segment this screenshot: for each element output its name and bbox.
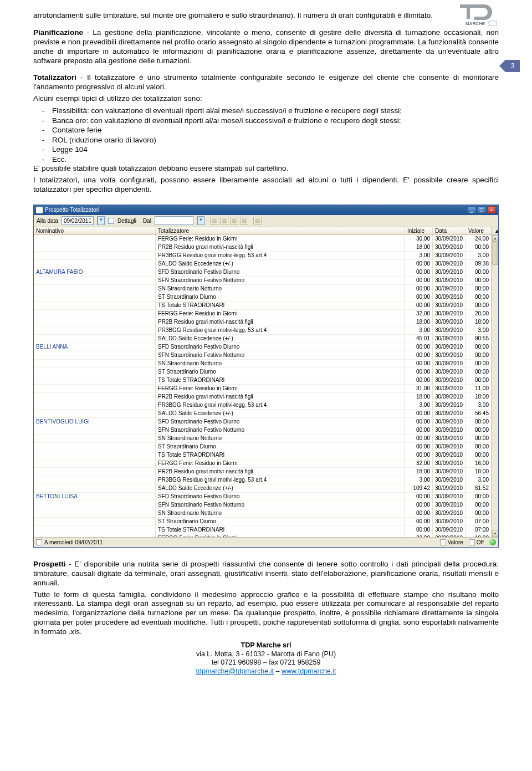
table-row[interactable]: TS Totale STRAORDINARI00:0030/09/201000:… <box>34 451 498 459</box>
scroll-down-arrow[interactable]: ▼ <box>492 530 498 537</box>
cell-iniziale: 3,00 <box>405 476 433 484</box>
alla-data-input[interactable]: 09/02/2011 <box>62 216 94 225</box>
cell-iniziale: 00:00 <box>405 260 433 268</box>
prospetto-window: Prospetto Totalizzatori _ □ × Alla data … <box>33 205 499 548</box>
table-row[interactable]: ST Straordinario Diurno00:0030/09/201007… <box>34 518 498 526</box>
cell-data: 30/09/2010 <box>433 260 466 268</box>
status-valore: Valore <box>448 539 463 545</box>
table-row[interactable]: PR2B Residuo gravi motivi-nascità figli1… <box>34 468 498 476</box>
page-number-badge: 3 <box>505 60 520 72</box>
cell-valore: 56:45 <box>466 410 492 417</box>
table-row[interactable]: ST Straordinario Diurno00:0030/09/201000… <box>34 368 498 376</box>
footer-email-link[interactable]: tdpmarche@tdpmarche.it <box>196 667 274 675</box>
table-row[interactable]: PR2B Residuo gravi motivi-nascità figli1… <box>34 393 498 401</box>
table-row[interactable]: ST Straordinario Diurno00:0030/09/201000… <box>34 293 498 302</box>
minimize-button[interactable]: _ <box>467 206 476 213</box>
cell-valore: 00:00 <box>466 351 492 359</box>
cell-totalizzatore: ST Straordinario Diurno <box>156 443 405 451</box>
table-row[interactable]: FERGG Ferie: Residuo in Giorni32,0030/09… <box>34 459 498 468</box>
table-row[interactable]: FERGG Ferie: Residuo in Giorni30,0030/09… <box>34 235 498 243</box>
export-icon[interactable] <box>253 217 262 225</box>
cell-data: 30/09/2010 <box>433 393 466 401</box>
col-iniziale[interactable]: Iniziale <box>405 227 433 234</box>
table-row[interactable]: SFN Straordinario Festivo Notturno00:003… <box>34 426 498 435</box>
table-row[interactable]: PR3BGG Residuo gravi motivi-legg. 53 art… <box>34 252 498 260</box>
cell-valore: 3,00 <box>466 476 492 484</box>
dal-input[interactable] <box>155 216 193 225</box>
cell-totalizzatore: SFN Straordinario Festivo Notturno <box>156 501 405 509</box>
vertical-scrollbar[interactable]: ▲ ▼ <box>492 235 498 537</box>
cell-iniziale: 00:00 <box>405 351 433 359</box>
table-row[interactable]: ALTAMURA FABIOSFD Straordinario Festivo … <box>34 268 498 277</box>
col-totalizzatore[interactable]: Totalizzatore <box>156 227 405 234</box>
table-row[interactable]: SN Straordinario Notturno00:0030/09/2010… <box>34 509 498 518</box>
cell-totalizzatore: PR2B Residuo gravi motivi-nascità figli <box>156 243 405 251</box>
table-row[interactable]: FERGG Ferie: Residuo in Giorni32,0030/09… <box>34 534 498 537</box>
footer-web-link[interactable]: www.tdpmarche.it <box>282 667 336 675</box>
table-row[interactable]: PR3BGG Residuo gravi motivi-legg. 53 art… <box>34 401 498 410</box>
alla-data-dropdown[interactable]: ▼ <box>97 216 105 225</box>
table-row[interactable]: SN Straordinario Notturno00:0030/09/2010… <box>34 285 498 293</box>
cell-nominativo <box>34 401 156 409</box>
status-left-icon <box>36 539 42 545</box>
cell-nominativo <box>34 285 156 293</box>
table-row[interactable]: SALDO Saldo Eccedenze (+/-)109:4230/09/2… <box>34 484 498 493</box>
table-row[interactable]: FERGG Ferie: Residuo in Giorni32,0030/09… <box>34 310 498 318</box>
maximize-button[interactable]: □ <box>477 206 486 213</box>
table-row[interactable]: ST Straordinario Diurno00:0030/09/201000… <box>34 443 498 451</box>
table-row[interactable]: SN Straordinario Notturno00:0030/09/2010… <box>34 435 498 443</box>
table-row[interactable]: PR3BGG Residuo gravi motivi-legg. 53 art… <box>34 326 498 335</box>
table-row[interactable]: SFN Straordinario Festivo Notturno00:003… <box>34 351 498 360</box>
cell-nominativo <box>34 376 156 384</box>
dal-dropdown[interactable]: ▼ <box>197 216 204 225</box>
filter-icon[interactable] <box>210 217 218 225</box>
cell-iniziale: 00:00 <box>405 268 433 276</box>
cell-nominativo <box>34 451 156 459</box>
print-icon[interactable] <box>230 217 238 225</box>
table-row[interactable]: PR2B Residuo gravi motivi-nascità figli1… <box>34 243 498 252</box>
table-row[interactable]: BETTONI LUISASFD Straordinario Festivo D… <box>34 493 498 501</box>
section-title-prospetti: Prospetti <box>33 560 66 568</box>
cell-nominativo <box>34 326 156 334</box>
cell-totalizzatore: SFD Straordinario Festivo Diurno <box>156 268 405 276</box>
table-row[interactable]: SN Straordinario Notturno00:0030/09/2010… <box>34 360 498 368</box>
table-row[interactable]: TS Totale STRAORDINARI00:0030/09/201000:… <box>34 376 498 385</box>
table-row[interactable]: SALDO Saldo Eccedenze (+/-)00:0030/09/20… <box>34 260 498 268</box>
cell-valore: 00:00 <box>466 360 492 367</box>
table-row[interactable]: FERGG Ferie: Residuo in Giorni31,0030/09… <box>34 385 498 393</box>
cell-data: 30/09/2010 <box>433 501 466 509</box>
cell-totalizzatore: SFD Straordinario Festivo Diurno <box>156 418 405 426</box>
table-row[interactable]: SFN Straordinario Festivo Notturno00:003… <box>34 501 498 509</box>
dettagli-checkbox[interactable] <box>108 218 114 224</box>
table-row[interactable]: SALDO Saldo Eccedenze (+/-)00:0030/09/20… <box>34 410 498 418</box>
scroll-up-arrow[interactable]: ▲ <box>492 235 498 242</box>
table-row[interactable]: TS Totale STRAORDINARI00:0030/09/201007:… <box>34 526 498 534</box>
close-button[interactable]: × <box>487 206 496 213</box>
bullet-item: ROL (riduzione orario di lavoro) <box>52 135 499 145</box>
table-row[interactable]: SALDO Saldo Eccedenze (+/-)45:0130/09/20… <box>34 335 498 343</box>
scroll-thumb[interactable] <box>492 242 498 265</box>
table-row[interactable]: PR2B Residuo gravi motivi-nascità figli1… <box>34 318 498 326</box>
tool-icon-1[interactable] <box>220 217 228 225</box>
cell-nominativo <box>34 518 156 525</box>
col-data[interactable]: Data <box>433 227 466 234</box>
cell-iniziale: 3,00 <box>405 401 433 409</box>
cell-valore: 00:00 <box>466 243 492 251</box>
table-row[interactable]: PR3BGG Residuo gravi motivi-legg. 53 art… <box>34 476 498 484</box>
statusbar: A mercoledì 09/02/2011 Valore Off <box>34 537 498 547</box>
company-logo: MARCHE <box>438 3 499 27</box>
tool-icon-2[interactable] <box>240 217 248 225</box>
col-nominativo[interactable]: Nominativo <box>34 227 156 234</box>
cell-data: 30/09/2010 <box>433 468 466 476</box>
svg-rect-3 <box>489 21 497 25</box>
col-valore[interactable]: Valore <box>466 227 492 234</box>
cell-totalizzatore: ST Straordinario Diurno <box>156 368 405 376</box>
table-row[interactable]: TS Totale STRAORDINARI00:0030/09/201000:… <box>34 302 498 310</box>
table-row[interactable]: BELLI ANNASFD Straordinario Festivo Diur… <box>34 343 498 351</box>
table-row[interactable]: SFN Straordinario Festivo Notturno00:003… <box>34 277 498 285</box>
table-row[interactable]: BENTIVOGLIO LUIGISFD Straordinario Festi… <box>34 418 498 426</box>
page-number: 3 <box>511 62 515 70</box>
paragraph-totalizzatori-text: - Il totalizzatore è uno strumento total… <box>33 73 499 91</box>
titlebar[interactable]: Prospetto Totalizzatori _ □ × <box>34 205 498 215</box>
cell-nominativo <box>34 252 156 259</box>
